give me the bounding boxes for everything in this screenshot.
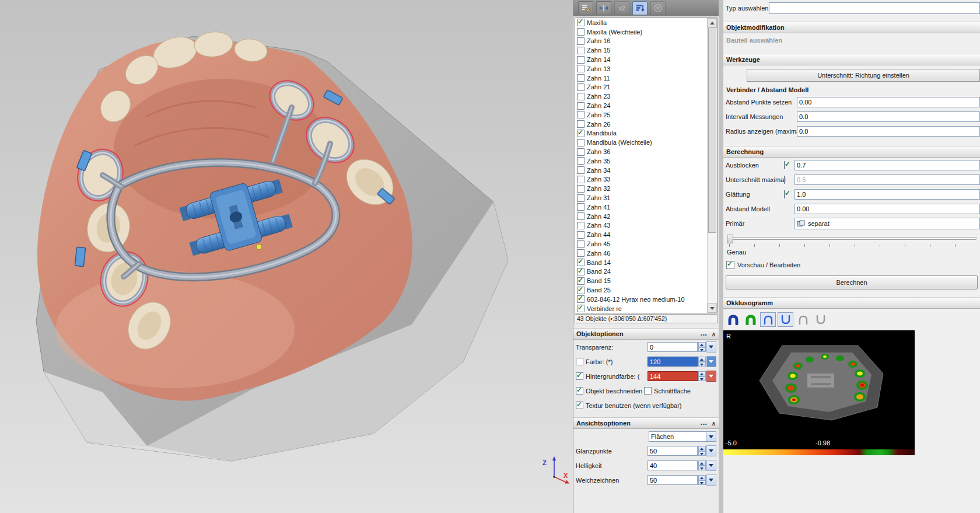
object-visibility-checkbox[interactable]: [577, 130, 584, 137]
farbe-checkbox[interactable]: [576, 358, 583, 365]
object-visibility-checkbox[interactable]: [577, 166, 584, 174]
spin-up-icon[interactable]: [698, 446, 706, 451]
object-visibility-checkbox[interactable]: [577, 287, 584, 294]
weichzeichnen-stepper[interactable]: [698, 475, 706, 485]
upper-arch-filled-blue-icon[interactable]: [725, 312, 741, 327]
hintergrundfarbe-input[interactable]: [648, 371, 698, 381]
primaer-select[interactable]: separat: [794, 218, 980, 229]
spin-down-icon[interactable]: [698, 362, 706, 367]
object-list-item[interactable]: Maxilla: [575, 18, 708, 27]
object-visibility-checkbox[interactable]: [577, 176, 584, 183]
object-list-item[interactable]: Zahn 43: [575, 221, 708, 231]
object-visibility-checkbox[interactable]: [577, 295, 584, 303]
weichzeichnen-input[interactable]: [648, 475, 698, 485]
object-visibility-checkbox[interactable]: [577, 268, 584, 275]
spin-down-icon[interactable]: [698, 376, 706, 382]
scroll-up-icon[interactable]: [708, 18, 717, 28]
transparenz-input[interactable]: [648, 342, 698, 352]
object-list-item[interactable]: Zahn 44: [575, 230, 708, 239]
mirror-split-button[interactable]: [596, 1, 611, 15]
object-list-item[interactable]: Zahn 32: [575, 184, 708, 193]
object-list-item[interactable]: Zahn 24: [575, 101, 708, 110]
spin-up-icon[interactable]: [698, 371, 706, 376]
object-list-item[interactable]: Zahn 35: [575, 156, 708, 166]
object-visibility-checkbox[interactable]: [577, 37, 584, 45]
object-visibility-checkbox[interactable]: [577, 185, 584, 193]
spin-up-icon[interactable]: [698, 342, 706, 347]
ausblocken-input[interactable]: [794, 160, 980, 170]
object-visibility-checkbox[interactable]: [577, 28, 584, 36]
object-visibility-checkbox[interactable]: [577, 277, 584, 285]
object-list-item[interactable]: Zahn 21: [575, 83, 708, 92]
object-visibility-checkbox[interactable]: [577, 203, 584, 211]
object-visibility-checkbox[interactable]: [577, 19, 584, 26]
object-list[interactable]: MaxillaMaxilla (Weichteile)Zahn 16Zahn 1…: [575, 18, 718, 313]
object-list-item[interactable]: Zahn 45: [575, 239, 708, 249]
spin-down-icon[interactable]: [698, 451, 706, 456]
object-list-item[interactable]: Zahn 34: [575, 166, 708, 175]
spin-down-icon[interactable]: [698, 480, 706, 486]
object-list-item[interactable]: Maxilla (Weichteile): [575, 27, 708, 37]
farbe-color-dropdown-icon[interactable]: [706, 356, 716, 367]
object-list-scrollbar[interactable]: [707, 18, 717, 313]
sort-objects-button[interactable]: [632, 1, 648, 15]
object-visibility-checkbox[interactable]: [577, 65, 584, 72]
slider-track[interactable]: [727, 237, 977, 240]
object-list-item[interactable]: Zahn 31: [575, 193, 708, 203]
abstand-modell-input[interactable]: [794, 204, 980, 214]
object-visibility-checkbox[interactable]: [577, 157, 584, 165]
upper-arch-grey-icon[interactable]: [795, 312, 811, 327]
upper-arch-outline-icon[interactable]: [760, 312, 776, 327]
object-visibility-checkbox[interactable]: [577, 259, 584, 266]
farbe-input[interactable]: [648, 357, 698, 367]
object-list-item[interactable]: Zahn 14: [575, 55, 708, 64]
object-list-item[interactable]: Band 25: [575, 285, 708, 295]
lower-arch-outline-icon[interactable]: [778, 312, 793, 327]
object-list-item[interactable]: Zahn 16: [575, 37, 708, 46]
helligkeit-input[interactable]: [648, 460, 698, 470]
schnittflaeche-checkbox[interactable]: [644, 387, 652, 395]
farbe-stepper[interactable]: [698, 357, 706, 367]
object-visibility-checkbox[interactable]: [577, 47, 584, 54]
scrollbar-thumb[interactable]: [708, 27, 716, 233]
hintergrundfarbe-stepper[interactable]: [698, 371, 706, 381]
object-visibility-checkbox[interactable]: [577, 212, 584, 220]
object-visibility-checkbox[interactable]: [577, 240, 584, 248]
more-options-icon[interactable]: [701, 330, 707, 337]
object-list-item[interactable]: Band 15: [575, 276, 708, 285]
typ-input[interactable]: [769, 2, 980, 14]
object-list-item[interactable]: 602-846-12 Hyrax neo medium-10: [575, 295, 708, 304]
spin-up-icon[interactable]: [698, 460, 706, 466]
abstand-punkte-input[interactable]: [797, 97, 980, 107]
object-list-item[interactable]: Zahn 41: [575, 203, 708, 212]
slider-thumb[interactable]: [727, 235, 733, 243]
collapse-icon[interactable]: [712, 420, 716, 427]
helligkeit-stepper[interactable]: [698, 460, 706, 470]
hintergrund-color-dropdown-icon[interactable]: [706, 371, 716, 382]
glanzpunkte-dropdown-icon[interactable]: [706, 445, 716, 456]
glanzpunkte-input[interactable]: [648, 446, 698, 456]
object-visibility-checkbox[interactable]: [577, 111, 584, 118]
object-list-item[interactable]: Mandibula (Weichteile): [575, 138, 708, 147]
textur-checkbox[interactable]: [576, 402, 583, 409]
upper-arch-filled-green-icon[interactable]: [743, 312, 758, 327]
objekt-beschneiden-checkbox[interactable]: [576, 387, 583, 395]
spin-up-icon[interactable]: [698, 357, 706, 362]
lower-arch-grey-icon[interactable]: [813, 312, 828, 327]
object-list-item[interactable]: Zahn 15: [575, 46, 708, 55]
object-list-item[interactable]: Zahn 36: [575, 147, 708, 156]
bauteil-auswaehlen-label[interactable]: Bauteil auswählen: [726, 37, 980, 46]
object-visibility-checkbox[interactable]: [577, 148, 584, 156]
object-list-item[interactable]: Zahn 13: [575, 64, 708, 74]
object-list-item[interactable]: Zahn 25: [575, 110, 708, 120]
cancel-button[interactable]: [650, 1, 666, 15]
helligkeit-dropdown-icon[interactable]: [706, 460, 716, 471]
intervall-messungen-input[interactable]: [797, 111, 980, 122]
object-visibility-checkbox[interactable]: [577, 222, 584, 229]
object-visibility-checkbox[interactable]: [577, 102, 584, 110]
object-visibility-checkbox[interactable]: [577, 120, 584, 128]
collapse-icon[interactable]: [712, 330, 716, 337]
object-list-item[interactable]: Band 24: [575, 267, 708, 277]
chevron-down-icon[interactable]: [706, 432, 716, 441]
object-list-item[interactable]: Verbinder re: [575, 304, 708, 313]
